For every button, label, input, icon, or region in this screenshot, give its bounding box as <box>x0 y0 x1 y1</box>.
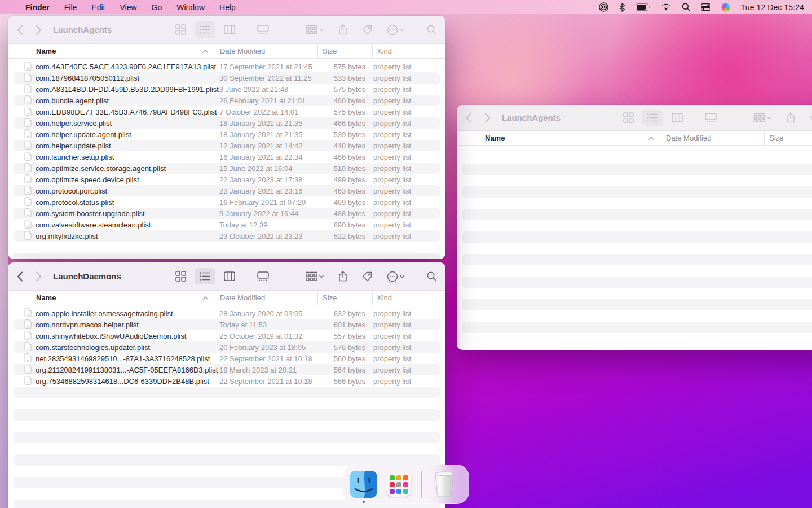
column-header-size[interactable]: Size <box>317 44 372 58</box>
file-row[interactable]: com.A83114BD.DFDD.459D.B53D.2DD99FBF1991… <box>14 84 440 95</box>
back-button[interactable] <box>466 113 472 123</box>
column-header-size[interactable]: Size <box>317 291 372 305</box>
spotlight-icon[interactable] <box>682 3 690 11</box>
empty-row-stripe <box>462 186 812 198</box>
forward-button[interactable] <box>484 113 491 123</box>
battery-icon[interactable] <box>636 3 650 11</box>
file-row[interactable]: com.system.booster.upgrade.plist 9 Janua… <box>14 208 440 219</box>
back-button[interactable] <box>17 271 23 282</box>
more-options-button[interactable] <box>387 24 404 36</box>
file-row[interactable]: com.nordvpn.macos.helper.plist Today at … <box>14 319 440 330</box>
apple-menu-icon[interactable] <box>9 7 18 8</box>
dock-launchpad-icon[interactable] <box>385 471 412 498</box>
wifi-icon[interactable] <box>661 3 671 11</box>
file-name: com.apple.installer.osmessagetracing.pli… <box>36 309 173 318</box>
column-header-name[interactable]: Name <box>457 131 661 145</box>
file-row[interactable]: org.75346882598314618...DC6-6339DDF2B48B… <box>14 375 440 387</box>
plist-document-icon <box>24 342 32 353</box>
file-row[interactable]: com.shinywhitebox.iShowUAudioDaemon.plis… <box>14 330 440 341</box>
file-name: org.75346882598314618...DC6-6339DDF2B48B… <box>36 377 209 386</box>
column-header-kind[interactable]: Kind <box>372 291 445 305</box>
gallery-view-button[interactable] <box>252 21 274 38</box>
group-by-button[interactable] <box>306 25 324 34</box>
tag-button[interactable] <box>810 113 812 123</box>
file-row[interactable]: com.helper.service.plist 18 January 2021… <box>14 117 440 129</box>
share-button[interactable] <box>338 24 347 35</box>
search-button[interactable] <box>427 25 436 34</box>
control-center-icon[interactable] <box>701 3 710 11</box>
file-row[interactable]: org.211208241991138031...-AC5F-05EEFA816… <box>14 364 440 375</box>
menu-finder[interactable]: Finder <box>18 0 57 14</box>
file-row[interactable]: org.mkyfxdzke.plist 23 October 2022 at 2… <box>14 230 440 242</box>
finder-window-launchagents-background[interactable]: LaunchAgents <box>457 105 812 350</box>
tag-button[interactable] <box>362 271 372 282</box>
dock-trash-icon[interactable] <box>431 471 458 498</box>
back-button[interactable] <box>17 25 23 35</box>
file-row[interactable]: com.valvesoftware.steamclean.plist Today… <box>14 219 440 230</box>
file-row[interactable]: com.apple.installer.osmessagetracing.pli… <box>14 308 440 319</box>
file-row[interactable]: com.protocol.port.plist 22 January 2021 … <box>14 185 440 196</box>
icon-view-button[interactable] <box>618 109 639 126</box>
list-view-button[interactable] <box>195 268 215 284</box>
menu-help[interactable]: Help <box>212 0 243 14</box>
column-header-name[interactable]: Name <box>8 44 215 58</box>
file-kind: property list <box>369 108 440 116</box>
more-options-button[interactable] <box>387 271 404 282</box>
menu-file[interactable]: File <box>57 0 85 14</box>
icon-view-button[interactable] <box>170 21 191 38</box>
dock-finder-icon[interactable] <box>350 471 377 498</box>
menu-window[interactable]: Window <box>169 0 212 14</box>
column-header-name[interactable]: Name <box>8 291 215 305</box>
window-title: LaunchAgents <box>502 113 561 122</box>
column-view-button[interactable] <box>219 21 240 38</box>
menu-view[interactable]: View <box>112 0 144 14</box>
airplay-icon[interactable] <box>599 2 608 12</box>
file-kind: property list <box>369 63 440 71</box>
toolbar: LaunchAgents <box>8 16 445 44</box>
finder-window-launchagents[interactable]: LaunchAgents <box>8 16 445 259</box>
file-size: 564 bytes <box>317 366 369 374</box>
bluetooth-icon[interactable] <box>619 3 625 12</box>
file-row[interactable]: com.bundle.agent.plist 26 February 2021 … <box>14 95 440 106</box>
file-row[interactable]: com.helper.update.plist 12 January 2021 … <box>14 140 440 151</box>
forward-button[interactable] <box>36 25 42 35</box>
list-view-button[interactable] <box>642 110 663 126</box>
file-date-modified: 18 January 2021 at 21:35 <box>219 119 317 128</box>
file-row[interactable]: com.protocol.status.plist 16 February 20… <box>14 196 440 208</box>
column-header-size[interactable]: Size <box>764 131 812 145</box>
column-header-date[interactable]: Date Modified <box>661 131 764 145</box>
column-view-button[interactable] <box>219 268 240 284</box>
file-row[interactable]: com.optimize.service.storage.agent.plist… <box>14 163 440 174</box>
gallery-view-button[interactable] <box>252 268 274 284</box>
file-row[interactable]: com.optimize.speed.device.plist 22 Janua… <box>14 174 440 185</box>
file-row[interactable]: com.helper.update.agent.plist 18 January… <box>14 129 440 140</box>
search-button[interactable] <box>427 271 436 281</box>
group-by-button[interactable] <box>753 113 771 122</box>
share-button[interactable] <box>786 112 795 123</box>
column-header-date[interactable]: Date Modified <box>215 291 317 305</box>
file-name: com.launcher.setup.plist <box>36 153 114 161</box>
file-date-modified: 17 September 2021 at 21:45 <box>219 63 317 71</box>
file-row[interactable]: com.187968418705050112.plist 30 Septembe… <box>14 72 440 84</box>
group-by-button[interactable] <box>306 271 324 281</box>
column-header-kind[interactable]: Kind <box>372 44 445 58</box>
file-row[interactable]: net.28354931469829510...-87A1-3A37162485… <box>14 353 440 364</box>
file-name: com.EDB98DE7.F33E.45B3.A746.798AFD498FC0… <box>36 108 217 116</box>
column-header-date[interactable]: Date Modified <box>215 44 317 58</box>
menu-bar-clock[interactable]: Tue 12 Dec 15:24 <box>741 3 804 12</box>
icon-view-button[interactable] <box>170 268 191 285</box>
tag-button[interactable] <box>362 25 372 35</box>
share-button[interactable] <box>338 271 347 282</box>
column-view-button[interactable] <box>667 110 688 126</box>
forward-button[interactable] <box>36 271 42 282</box>
menu-edit[interactable]: Edit <box>84 0 112 14</box>
file-row[interactable]: com.4A3E40EC.5ACE.4323.90F0.2AC1FE917A13… <box>14 61 440 72</box>
siri-icon[interactable] <box>721 3 730 12</box>
file-row[interactable]: com.EDB98DE7.F33E.45B3.A746.798AFD498FC0… <box>14 106 440 117</box>
file-row[interactable]: com.launcher.setup.plist 16 January 2021… <box>14 151 440 163</box>
empty-row-stripe <box>14 253 440 259</box>
list-view-button[interactable] <box>195 21 215 38</box>
file-row[interactable]: com.starstechnologies.updater.plist 20 F… <box>14 341 440 353</box>
menu-go[interactable]: Go <box>144 0 170 14</box>
gallery-view-button[interactable] <box>700 110 722 126</box>
